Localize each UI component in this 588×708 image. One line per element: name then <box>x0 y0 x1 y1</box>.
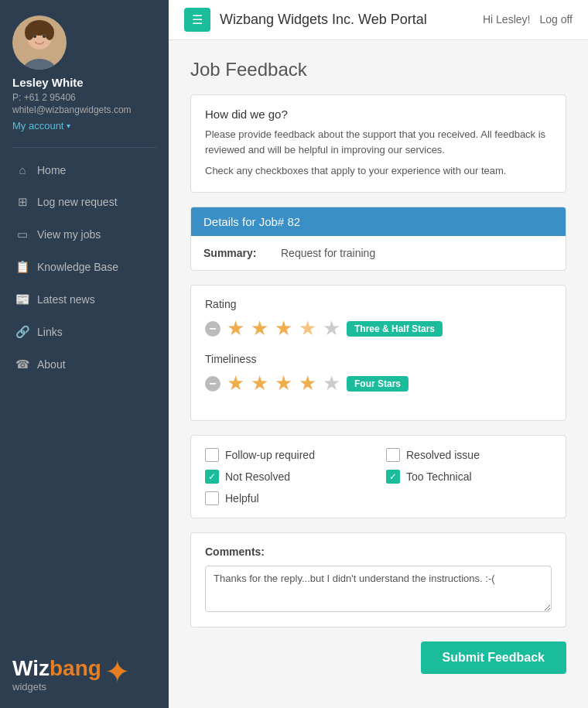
book-icon: 📋 <box>15 260 29 274</box>
star-4[interactable]: ★ <box>299 316 316 340</box>
rating-label: Rating <box>205 298 552 310</box>
timeliness-star-3[interactable]: ★ <box>275 371 292 395</box>
link-icon: 🔗 <box>15 325 29 339</box>
sidebar-item-home[interactable]: ⌂ Home <box>0 154 169 186</box>
main-content: ☰ Wizbang Widgets Inc. Web Portal Hi Les… <box>169 0 588 708</box>
sidebar-nav: ⌂ Home ⊞ Log new request ▭ View my jobs … <box>0 154 169 381</box>
sidebar-item-log-new-request[interactable]: ⊞ Log new request <box>0 186 169 218</box>
sidebar-item-label: View my jobs <box>37 228 101 241</box>
comments-label: Comments: <box>205 546 552 558</box>
checkbox-follow-up-label: Follow-up required <box>225 449 315 461</box>
checkbox-too-technical-input[interactable]: ✓ <box>386 470 400 484</box>
info-text-1: Please provide feedback about the suppor… <box>205 127 552 159</box>
job-details-card: Details for Job# 82 Summary: Request for… <box>190 207 566 271</box>
info-heading: How did we go? <box>205 108 552 121</box>
sidebar-item-about[interactable]: ☎ About <box>0 348 169 381</box>
rating-badge: Three & Half Stars <box>347 321 443 337</box>
sidebar: Lesley White P: +61 2 95406 whitel@wizba… <box>0 0 169 708</box>
submit-row: Submit Feedback <box>190 641 566 674</box>
rating-section: Rating − ★ ★ ★ ★ ★ Three & Half Stars <box>205 298 552 340</box>
timeliness-label: Timeliness <box>205 353 552 365</box>
hamburger-icon: ☰ <box>192 12 203 27</box>
logoff-link[interactable]: Log off <box>539 13 573 26</box>
profile-email: whitel@wizbangwidgets.com <box>12 104 132 115</box>
sidebar-item-label: Links <box>37 326 63 338</box>
page-body: Job Feedback How did we go? Please provi… <box>169 40 588 708</box>
profile-section: Lesley White P: +61 2 95406 whitel@wizba… <box>0 0 169 141</box>
topbar: ☰ Wizbang Widgets Inc. Web Portal Hi Les… <box>169 0 588 40</box>
checkbox-card: Follow-up required Resolved issue ✓ Not … <box>190 435 566 518</box>
timeliness-row: − ★ ★ ★ ★ ★ Four Stars <box>205 371 552 395</box>
star-2[interactable]: ★ <box>251 316 268 340</box>
grid-icon: ⊞ <box>15 195 29 209</box>
checkbox-resolved-issue-input[interactable] <box>386 448 400 462</box>
phone-icon: ☎ <box>15 357 29 371</box>
sidebar-item-label: Log new request <box>37 196 118 208</box>
rating-minus-button[interactable]: − <box>205 321 220 337</box>
checkbox-resolved-issue: Resolved issue <box>386 448 552 462</box>
sidebar-item-label: Home <box>37 164 66 176</box>
job-details-header: Details for Job# 82 <box>191 207 566 236</box>
checkbox-follow-up: Follow-up required <box>205 448 371 462</box>
timeliness-section: Timeliness − ★ ★ ★ ★ ★ Four Stars <box>205 353 552 395</box>
profile-phone: P: +61 2 95406 <box>12 92 76 103</box>
page-title: Job Feedback <box>190 59 566 80</box>
topbar-title: Wizbang Widgets Inc. Web Portal <box>220 12 473 28</box>
checkbox-not-resolved: ✓ Not Resolved <box>205 470 371 484</box>
sidebar-item-label: Knowledge Base <box>37 261 118 273</box>
sidebar-logo: Wizbang widgets ✦ <box>0 642 169 708</box>
rating-card: Rating − ★ ★ ★ ★ ★ Three & Half Stars Ti… <box>190 285 566 421</box>
comments-card: Comments: <box>190 532 566 628</box>
star-1[interactable]: ★ <box>227 316 244 340</box>
timeliness-star-2[interactable]: ★ <box>251 371 268 395</box>
checkmark-icon: ✓ <box>208 471 216 482</box>
sidebar-item-latest-news[interactable]: 📰 Latest news <box>0 283 169 316</box>
sidebar-item-view-my-jobs[interactable]: ▭ View my jobs <box>0 218 169 251</box>
checkbox-helpful-label: Helpful <box>225 492 259 504</box>
checkbox-not-resolved-input[interactable]: ✓ <box>205 470 219 484</box>
logo-brand-accent: bang <box>50 656 101 680</box>
logo-star-icon: ✦ <box>104 654 131 689</box>
info-text-2: Check any checkboxes that apply to your … <box>205 163 552 180</box>
topbar-greeting: Hi Lesley! <box>483 13 530 26</box>
svg-point-5 <box>45 25 54 40</box>
profile-name: Lesley White <box>12 76 84 89</box>
rating-row: − ★ ★ ★ ★ ★ Three & Half Stars <box>205 316 552 340</box>
timeliness-star-5[interactable]: ★ <box>323 371 340 395</box>
checkmark-icon: ✓ <box>389 471 397 482</box>
checkbox-helpful-input[interactable] <box>205 491 219 505</box>
avatar <box>12 15 67 70</box>
svg-point-6 <box>33 35 36 38</box>
checkbox-too-technical: ✓ Too Technical <box>386 470 552 484</box>
caret-icon: ▾ <box>67 121 70 130</box>
monitor-icon: ▭ <box>15 227 29 241</box>
star-3[interactable]: ★ <box>275 316 292 340</box>
sidebar-item-label: About <box>37 358 66 371</box>
checkbox-helpful: Helpful <box>205 491 371 505</box>
sidebar-item-label: Latest news <box>37 293 95 306</box>
job-details-body: Summary: Request for training <box>191 236 566 270</box>
timeliness-star-4[interactable]: ★ <box>299 371 316 395</box>
checkbox-follow-up-input[interactable] <box>205 448 219 462</box>
svg-point-7 <box>43 35 46 38</box>
checkbox-resolved-issue-label: Resolved issue <box>406 449 480 461</box>
sidebar-item-links[interactable]: 🔗 Links <box>0 316 169 348</box>
my-account-link[interactable]: My account ▾ <box>12 120 70 132</box>
submit-button[interactable]: Submit Feedback <box>421 641 566 674</box>
star-5[interactable]: ★ <box>323 316 340 340</box>
logo-brand: Wiz <box>12 656 50 680</box>
checkbox-grid: Follow-up required Resolved issue ✓ Not … <box>205 448 552 505</box>
hamburger-button[interactable]: ☰ <box>184 8 210 32</box>
comments-textarea[interactable] <box>205 566 552 612</box>
timeliness-minus-button[interactable]: − <box>205 376 220 392</box>
checkbox-not-resolved-label: Not Resolved <box>225 470 290 483</box>
svg-point-4 <box>25 25 34 40</box>
newspaper-icon: 📰 <box>15 292 29 306</box>
house-icon: ⌂ <box>15 163 29 176</box>
timeliness-star-1[interactable]: ★ <box>227 371 244 395</box>
info-box: How did we go? Please provide feedback a… <box>190 94 566 193</box>
sidebar-item-knowledge-base[interactable]: 📋 Knowledge Base <box>0 251 169 283</box>
summary-value: Request for training <box>281 247 375 259</box>
summary-label: Summary: <box>203 247 281 259</box>
checkbox-too-technical-label: Too Technical <box>406 470 472 483</box>
